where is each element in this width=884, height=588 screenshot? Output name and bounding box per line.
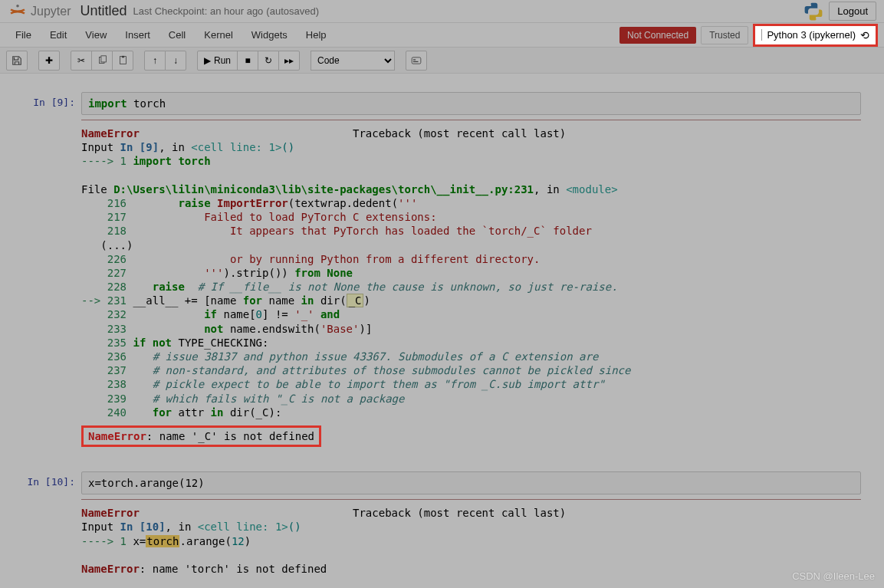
code-input[interactable]: x=torch.arange(12)	[81, 471, 861, 494]
restart-button[interactable]: ↻	[258, 51, 279, 71]
menu-help[interactable]: Help	[297, 25, 336, 45]
move-down-button[interactable]: ↓	[165, 51, 186, 71]
command-palette-button[interactable]	[406, 51, 427, 71]
output-area: NameError Traceback (most recent call la…	[81, 499, 861, 576]
menu-insert[interactable]: Insert	[116, 25, 159, 45]
svg-point-0	[16, 4, 19, 7]
jupyter-icon	[8, 2, 28, 21]
cell-type-select[interactable]: Code	[311, 51, 395, 71]
input-prompt: In [10]:	[23, 471, 81, 494]
svg-rect-4	[100, 56, 106, 62]
menu-edit[interactable]: Edit	[41, 25, 76, 45]
logout-button[interactable]: Logout	[829, 2, 876, 21]
run-button[interactable]: ▶ Run	[197, 51, 238, 71]
python-icon	[803, 1, 824, 22]
menu-widgets[interactable]: Widgets	[242, 25, 297, 45]
kernel-indicator[interactable]: Python 3 (ipykernel) ⟲	[753, 24, 878, 47]
menu-kernel[interactable]: Kernel	[195, 25, 242, 45]
menu-file[interactable]: File	[6, 25, 41, 45]
code-input[interactable]: import torch	[81, 92, 861, 115]
svg-point-2	[816, 17, 817, 18]
not-connected-badge[interactable]: Not Connected	[619, 27, 696, 44]
header-bar: Jupyter Untitled Last Checkpoint: an hou…	[0, 0, 884, 23]
kernel-name: Python 3 (ipykernel)	[761, 29, 856, 41]
menu-cell[interactable]: Cell	[159, 25, 195, 45]
svg-rect-6	[121, 56, 123, 57]
watermark: CSDN @Ileen-Lee	[792, 570, 875, 582]
code-cell[interactable]: In [9]: import torch	[23, 92, 861, 115]
restart-run-all-button[interactable]: ▸▸	[278, 51, 300, 71]
svg-rect-7	[412, 57, 421, 63]
output-area: NameError Traceback (most recent call la…	[81, 120, 861, 447]
cut-button[interactable]: ✂	[71, 51, 92, 71]
notebook-title[interactable]: Untitled	[80, 3, 127, 19]
copy-button[interactable]	[91, 51, 113, 71]
input-prompt: In [9]:	[23, 92, 81, 115]
run-label: Run	[214, 55, 231, 66]
code-cell[interactable]: In [10]: x=torch.arange(12)	[23, 471, 861, 494]
menu-view[interactable]: View	[76, 25, 116, 45]
paste-button[interactable]	[112, 51, 133, 71]
svg-rect-8	[413, 59, 416, 60]
menubar: File Edit View Insert Cell Kernel Widget…	[0, 23, 884, 48]
trusted-badge[interactable]: Trusted	[701, 26, 748, 44]
add-cell-button[interactable]: ✚	[38, 51, 60, 71]
notebook-area: In [9]: import torch NameError Traceback…	[0, 74, 884, 576]
interrupt-button[interactable]: ■	[237, 51, 258, 71]
svg-point-1	[810, 4, 811, 5]
toolbar: ✚ ✂ ↑ ↓ ▶ Run ■ ↻ ▸▸ Code	[0, 48, 884, 74]
error-highlight-box: NameError: name '_C' is not defined	[81, 425, 321, 447]
autosaved-text: (autosaved)	[266, 5, 319, 17]
jupyter-logo[interactable]: Jupyter	[8, 2, 71, 21]
save-button[interactable]	[6, 51, 28, 71]
logo-text: Jupyter	[31, 5, 71, 18]
svg-rect-9	[413, 61, 419, 61]
checkpoint-text: Last Checkpoint: an hour ago	[133, 5, 264, 17]
kernel-link-icon: ⟲	[860, 29, 869, 41]
move-up-button[interactable]: ↑	[144, 51, 166, 71]
